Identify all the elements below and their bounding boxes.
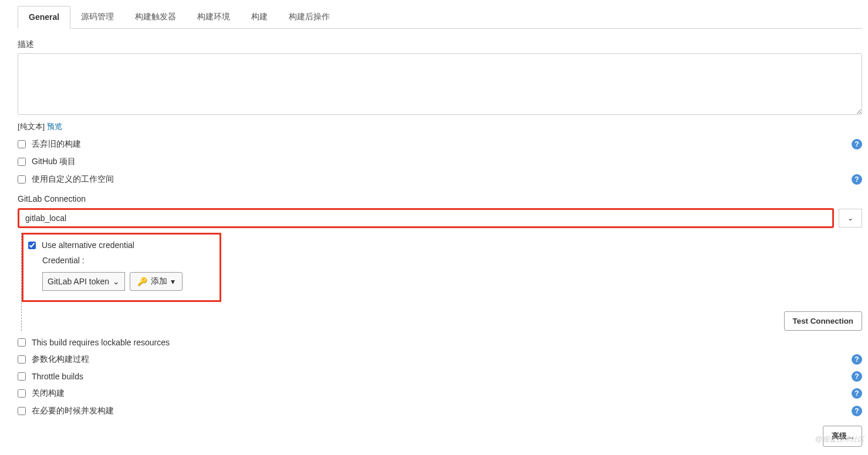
concurrent-build-label: 在必要的时候并发构建 xyxy=(32,406,114,416)
throttle-builds-label: Throttle builds xyxy=(32,372,83,381)
use-alt-credential-label: Use alternative credential xyxy=(42,240,134,250)
disable-build-checkbox[interactable] xyxy=(18,389,26,398)
test-connection-button[interactable]: Test Connection xyxy=(784,311,862,331)
lockable-resources-row: This build requires lockable resources xyxy=(18,338,862,347)
plain-text-label: [纯文本] xyxy=(18,122,45,131)
custom-workspace-label: 使用自定义的工作空间 xyxy=(32,174,114,185)
watermark: @掘金技术社区 xyxy=(815,434,864,444)
disable-build-label: 关闭构建 xyxy=(32,388,65,399)
discard-old-builds-checkbox[interactable] xyxy=(18,140,26,148)
description-label: 描述 xyxy=(18,39,862,50)
credential-label: Credential : xyxy=(42,256,212,265)
parameterized-row: 参数化构建过程 ? xyxy=(18,354,862,365)
github-project-label: GitHub 项目 xyxy=(32,157,76,167)
help-icon[interactable]: ? xyxy=(852,406,862,416)
discard-old-builds-row: 丢弃旧的构建 ? xyxy=(18,139,862,150)
tab-environment[interactable]: 构建环境 xyxy=(187,6,241,28)
gitlab-connection-label: GitLab Connection xyxy=(18,194,862,203)
throttle-builds-row: Throttle builds ? xyxy=(18,372,862,381)
help-icon[interactable]: ? xyxy=(852,388,862,399)
github-project-row: GitHub 项目 xyxy=(18,157,862,167)
add-credential-button[interactable]: 🔑 添加 ▾ xyxy=(130,272,183,291)
tab-postbuild[interactable]: 构建后操作 xyxy=(278,6,340,28)
disable-build-row: 关闭构建 ? xyxy=(18,388,862,399)
help-icon[interactable]: ? xyxy=(852,354,862,365)
chevron-down-icon: ⌄ xyxy=(113,277,120,286)
help-icon[interactable]: ? xyxy=(852,139,862,150)
key-icon: 🔑 xyxy=(137,277,147,286)
tab-scm[interactable]: 源码管理 xyxy=(70,6,124,28)
chevron-down-icon: ⌄ xyxy=(847,214,853,222)
caret-down-icon: ▾ xyxy=(171,277,175,286)
lockable-resources-checkbox[interactable] xyxy=(18,338,26,347)
gitlab-connection-dropdown-button[interactable]: ⌄ xyxy=(839,209,862,228)
gitlab-connection-select[interactable]: gitlab_local xyxy=(18,208,834,228)
description-textarea[interactable] xyxy=(18,53,862,115)
custom-workspace-row: 使用自定义的工作空间 ? xyxy=(18,174,862,185)
use-alt-credential-checkbox[interactable] xyxy=(28,242,36,249)
tab-build[interactable]: 构建 xyxy=(241,6,278,28)
tab-triggers[interactable]: 构建触发器 xyxy=(124,6,187,28)
concurrent-build-checkbox[interactable] xyxy=(18,407,26,415)
add-button-label: 添加 xyxy=(151,276,167,287)
preview-link[interactable]: 预览 xyxy=(47,122,62,131)
github-project-checkbox[interactable] xyxy=(18,158,26,166)
help-icon[interactable]: ? xyxy=(852,371,862,382)
alt-credential-group: Use alternative credential Credential : … xyxy=(22,233,221,302)
credential-select[interactable]: GitLab API token ⌄ xyxy=(42,272,125,291)
tab-general[interactable]: General xyxy=(18,6,70,29)
parameterized-label: 参数化构建过程 xyxy=(32,354,89,365)
help-icon[interactable]: ? xyxy=(852,174,862,185)
parameterized-checkbox[interactable] xyxy=(18,355,26,364)
discard-old-builds-label: 丢弃旧的构建 xyxy=(32,139,81,150)
custom-workspace-checkbox[interactable] xyxy=(18,175,26,184)
credential-select-value: GitLab API token xyxy=(48,277,109,286)
config-tabs: General 源码管理 构建触发器 构建环境 构建 构建后操作 xyxy=(18,6,862,29)
throttle-builds-checkbox[interactable] xyxy=(18,372,26,381)
concurrent-build-row: 在必要的时候并发构建 ? xyxy=(18,406,862,416)
lockable-resources-label: This build requires lockable resources xyxy=(32,338,170,347)
